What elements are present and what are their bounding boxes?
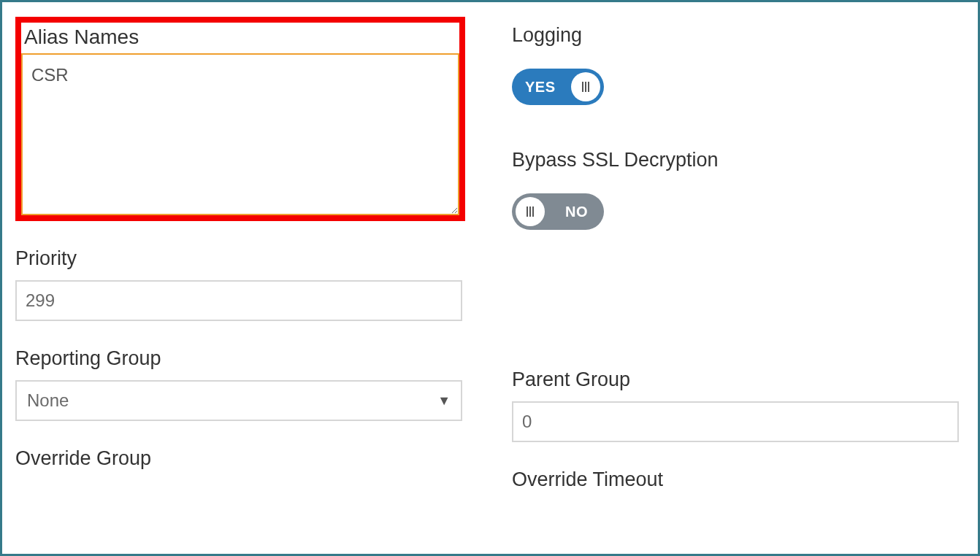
- parent-group-block: Parent Group: [512, 368, 965, 442]
- override-group-label: Override Group: [15, 447, 468, 470]
- alias-names-label: Alias Names: [21, 23, 459, 53]
- parent-group-label: Parent Group: [512, 368, 965, 391]
- right-column: Logging YES Bypass SSL Decryption NO: [512, 17, 965, 501]
- left-column: Alias Names Priority Reporting Group Non…: [15, 17, 468, 501]
- override-timeout-block: Override Timeout: [512, 468, 965, 491]
- override-group-block: Override Group: [15, 447, 468, 470]
- bypass-ssl-label: Bypass SSL Decryption: [512, 149, 965, 171]
- bypass-ssl-block: Bypass SSL Decryption NO: [512, 149, 965, 233]
- logging-toggle[interactable]: YES: [512, 69, 604, 105]
- bypass-ssl-toggle[interactable]: NO: [512, 193, 604, 230]
- priority-block: Priority: [15, 247, 468, 321]
- alias-names-textarea[interactable]: [21, 53, 459, 215]
- parent-group-input[interactable]: [512, 401, 959, 442]
- reporting-group-label: Reporting Group: [15, 347, 468, 370]
- alias-names-highlight: Alias Names: [15, 17, 465, 221]
- logging-toggle-text: YES: [525, 79, 556, 96]
- override-timeout-label: Override Timeout: [512, 468, 965, 491]
- logging-block: Logging YES: [512, 24, 965, 108]
- priority-input[interactable]: [15, 280, 462, 321]
- reporting-group-select[interactable]: None ▼: [15, 380, 462, 421]
- logging-label: Logging: [512, 24, 965, 47]
- settings-form-panel: Alias Names Priority Reporting Group Non…: [0, 0, 980, 556]
- toggle-thumb-icon: [571, 72, 600, 101]
- grip-icon: [582, 82, 589, 92]
- reporting-group-selected: None: [27, 390, 69, 411]
- grip-icon: [527, 206, 534, 217]
- bypass-ssl-toggle-text: NO: [565, 204, 588, 220]
- toggle-thumb-icon: [516, 197, 545, 226]
- form-columns: Alias Names Priority Reporting Group Non…: [15, 17, 965, 501]
- reporting-group-block: Reporting Group None ▼: [15, 347, 468, 421]
- priority-label: Priority: [15, 247, 468, 270]
